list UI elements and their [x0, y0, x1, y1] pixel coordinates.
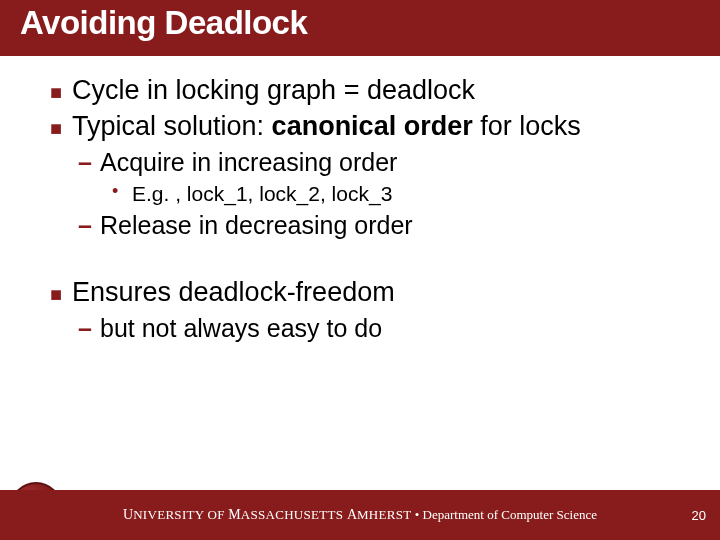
dash-bullet-icon: –	[78, 209, 100, 242]
dash-bullet-icon: –	[78, 312, 100, 345]
text-run: A	[347, 507, 357, 522]
square-bullet-icon: ■	[50, 276, 72, 307]
bullet-text: but not always easy to do	[100, 312, 382, 345]
bullet-text: E.g. , lock_1, lock_2, lock_3	[132, 180, 392, 207]
text-run: NIVERSITY OF	[133, 507, 228, 522]
bullet-level2: – but not always easy to do	[78, 312, 690, 345]
text-run: U	[123, 507, 133, 522]
bullet-text: Cycle in locking graph = deadlock	[72, 74, 475, 108]
bullet-level2: – Release in decreasing order	[78, 209, 690, 242]
text-run: Typical solution:	[72, 111, 272, 141]
bullet-level1: ■ Cycle in locking graph = deadlock	[50, 74, 690, 108]
square-bullet-icon: ■	[50, 74, 72, 105]
bullet-level2: – Acquire in increasing order	[78, 146, 690, 179]
bullet-level3: • E.g. , lock_1, lock_2, lock_3	[112, 180, 690, 207]
page-number: 20	[692, 508, 706, 523]
bullet-level1: ■ Ensures deadlock-freedom	[50, 276, 690, 310]
slide-title: Avoiding Deadlock	[20, 4, 307, 42]
slide: Avoiding Deadlock ■ Cycle in locking gra…	[0, 0, 720, 540]
text-run: •	[412, 507, 423, 522]
text-run: ASSACHUSETTS	[241, 507, 347, 522]
bullet-text: Acquire in increasing order	[100, 146, 397, 179]
footer-text: UNIVERSITY OF MASSACHUSETTS AMHERST • De…	[123, 507, 597, 523]
bullet-level1: ■ Typical solution: canonical order for …	[50, 110, 690, 144]
square-bullet-icon: ■	[50, 110, 72, 141]
text-run: MHERST	[357, 507, 412, 522]
dot-bullet-icon: •	[112, 180, 132, 203]
spacer	[50, 242, 690, 276]
footer-bar: UNIVERSITY OF MASSACHUSETTS AMHERST • De…	[0, 490, 720, 540]
slide-body: ■ Cycle in locking graph = deadlock ■ Ty…	[0, 56, 720, 344]
dash-bullet-icon: –	[78, 146, 100, 179]
text-bold: canonical order	[272, 111, 473, 141]
bullet-text: Typical solution: canonical order for lo…	[72, 110, 581, 144]
bullet-text: Release in decreasing order	[100, 209, 413, 242]
text-run: Department of Computer Science	[423, 507, 597, 522]
text-run: for locks	[473, 111, 581, 141]
title-bar: Avoiding Deadlock	[0, 0, 720, 56]
bullet-text: Ensures deadlock-freedom	[72, 276, 395, 310]
text-run: M	[228, 507, 240, 522]
